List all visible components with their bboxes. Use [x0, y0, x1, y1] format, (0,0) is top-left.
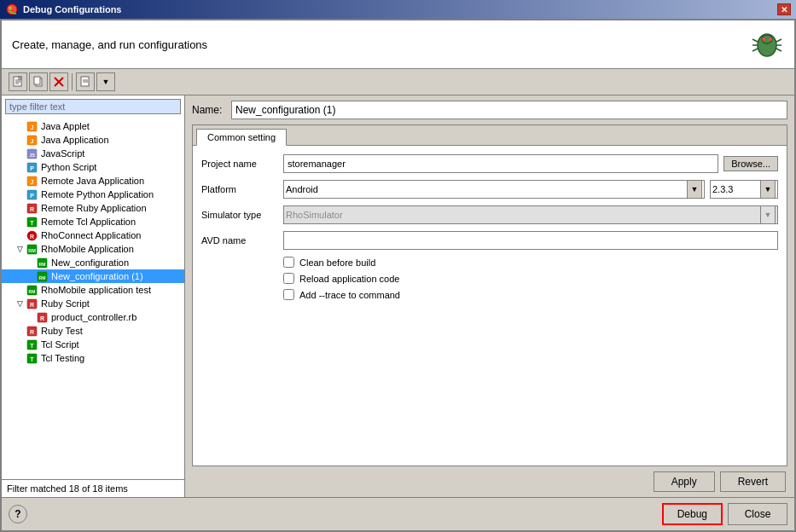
reload-code-row: Reload application code [201, 273, 778, 284]
filter-input[interactable] [5, 99, 181, 114]
platform-label: Platform [201, 184, 278, 194]
reload-code-label: Reload application code [299, 274, 399, 284]
rhomobile-test-label: RhoMobile application test [41, 285, 151, 295]
tree-item-ruby-script[interactable]: ▽ R Ruby Script [2, 297, 184, 310]
tree-item-rhoconnect[interactable]: R RhoConnect Application [2, 228, 184, 242]
ruby-test-label: Ruby Test [41, 326, 83, 336]
tree-item-tcl-testing[interactable]: T Tcl Testing [2, 351, 184, 365]
bottom-bar: Apply Revert [185, 466, 794, 497]
dialog-header: Create, manage, and run configurations [2, 20, 794, 69]
new-config-button[interactable] [9, 72, 27, 91]
tree-item-remote-java[interactable]: J Remote Java Application [2, 174, 184, 188]
product-controller-icon: R [36, 311, 48, 323]
simulator-select: RhoSimulator ▼ [283, 205, 778, 224]
toolbar: ▼ [2, 69, 794, 95]
close-window-button[interactable]: ✕ [777, 3, 791, 15]
trace-label: Add --trace to command [299, 290, 400, 300]
svg-line-6 [752, 49, 758, 51]
rhomobile-expand[interactable]: ▽ [15, 245, 24, 253]
project-name-input[interactable] [283, 154, 718, 173]
tcl-testing-label: Tcl Testing [41, 353, 84, 363]
clean-build-row: Clean before build [201, 257, 778, 268]
product-controller-label: product_controller.rb [51, 312, 137, 322]
svg-text:J: J [30, 178, 33, 184]
tree-item-remote-ruby[interactable]: R Remote Ruby Application [2, 201, 184, 215]
export-button[interactable] [76, 72, 95, 91]
reload-code-checkbox[interactable] [283, 273, 294, 284]
tree-item-python-script[interactable]: P Python Script [2, 160, 184, 174]
ruby-expand[interactable]: ▽ [15, 299, 24, 308]
remote-python-label: Remote Python Application [41, 189, 154, 200]
platform-select[interactable]: Android ▼ [283, 180, 705, 199]
duplicate-button[interactable] [29, 72, 48, 91]
trace-row: Add --trace to command [201, 289, 778, 300]
tree-item-ruby-test[interactable]: R Ruby Test [2, 324, 184, 338]
new-config-1-icon: RM [36, 270, 48, 282]
svg-text:R: R [29, 205, 33, 211]
rhomobile-test-icon: RM [26, 284, 38, 296]
tree-item-rhomobile[interactable]: ▽ RM RhoMobile Application [2, 242, 184, 256]
header-title: Create, manage, and run configurations [12, 38, 207, 51]
revert-button[interactable]: Revert [720, 471, 786, 492]
close-button[interactable]: Close [728, 503, 787, 525]
tree-item-tcl-script[interactable]: T Tcl Script [2, 338, 184, 351]
tree-item-java-applet[interactable]: J Java Applet [2, 119, 184, 133]
title-bar-text: Debug Configurations [23, 4, 777, 14]
javascript-label: JavaScript [41, 148, 84, 159]
tree-item-product-controller[interactable]: R product_controller.rb [2, 310, 184, 324]
new-config-label: New_configuration [51, 257, 129, 268]
menu-button[interactable]: ▼ [96, 72, 115, 91]
browse-button[interactable]: Browse... [723, 156, 778, 171]
footer-left: ? [9, 505, 27, 523]
svg-text:P: P [30, 165, 34, 171]
avd-input[interactable] [283, 231, 778, 250]
svg-rect-18 [34, 77, 40, 84]
tree-item-new-config[interactable]: RM New_configuration [2, 256, 184, 269]
platform-version-select[interactable]: 2.3.3 ▼ [710, 180, 778, 199]
tree-item-new-config-1[interactable]: RM New_configuration (1) [2, 269, 184, 283]
tcl-testing-icon: T [26, 352, 38, 364]
new-config-icon: RM [36, 257, 48, 269]
rhoconnect-label: RhoConnect Application [41, 230, 141, 240]
trace-checkbox[interactable] [283, 289, 294, 300]
tree-item-remote-python[interactable]: P Remote Python Application [2, 188, 184, 201]
remote-ruby-icon: R [26, 202, 38, 214]
rhomobile-label: RhoMobile Application [41, 244, 134, 254]
rhomobile-icon: RM [26, 243, 38, 255]
delete-button[interactable] [49, 72, 68, 91]
no-expand-java [15, 136, 24, 144]
debug-configurations-dialog: Create, manage, and run configurations [0, 19, 796, 532]
svg-text:T: T [30, 356, 34, 361]
remote-tcl-label: Remote Tcl Application [41, 217, 136, 227]
python-script-label: Python Script [41, 162, 96, 172]
debug-button[interactable]: Debug [662, 503, 723, 525]
apply-button[interactable]: Apply [654, 471, 715, 492]
tree-item-java-application[interactable]: J Java Application [2, 133, 184, 147]
tree-item-remote-tcl[interactable]: T Remote Tcl Application [2, 215, 184, 228]
simulator-value: RhoSimulator [286, 210, 343, 220]
tree-item-javascript[interactable]: JS JavaScript [2, 147, 184, 160]
name-input[interactable] [231, 101, 787, 119]
rhoconnect-icon: R [26, 229, 38, 241]
bug-icon [750, 27, 784, 61]
svg-point-10 [762, 38, 765, 41]
help-button[interactable]: ? [9, 505, 27, 523]
avd-label: AVD name [201, 235, 278, 246]
svg-text:R: R [29, 301, 33, 307]
svg-text:T: T [30, 342, 34, 348]
version-dropdown-arrow[interactable]: ▼ [760, 180, 776, 199]
svg-text:T: T [30, 219, 34, 225]
clean-build-checkbox[interactable] [283, 257, 294, 268]
tab-common-setting[interactable]: Common setting [196, 129, 287, 146]
simulator-label: Simulator type [201, 210, 278, 220]
svg-text:J: J [30, 124, 33, 130]
java-app-label: Java Application [41, 135, 109, 145]
tcl-script-label: Tcl Script [41, 339, 79, 350]
tree-item-rhomobile-test[interactable]: RM RhoMobile application test [2, 283, 184, 297]
toolbar-separator [72, 73, 73, 90]
ruby-script-label: Ruby Script [41, 298, 90, 309]
platform-dropdown-arrow[interactable]: ▼ [687, 180, 702, 199]
svg-text:RM: RM [28, 288, 35, 293]
svg-text:P: P [30, 192, 34, 198]
remote-python-icon: P [26, 188, 38, 200]
